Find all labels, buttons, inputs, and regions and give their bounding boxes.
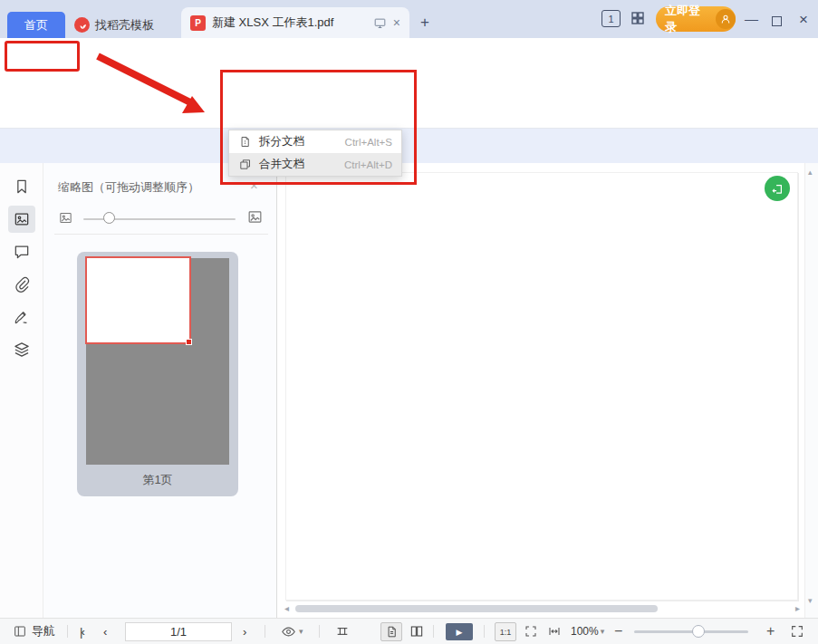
window-switch-icon[interactable]: 1 (601, 10, 621, 27)
thumb-size-small-icon[interactable] (58, 210, 73, 226)
attachment-icon[interactable] (13, 275, 31, 293)
view-mode-button[interactable]: ▾ (281, 619, 303, 644)
present-to-screen-icon[interactable] (373, 16, 387, 30)
close-button[interactable]: × (799, 11, 808, 29)
thumb-size-slider-knob[interactable] (103, 212, 115, 224)
tab-docer[interactable]: 找稻壳模板 (74, 12, 154, 38)
tab-document-label: 新建 XLSX 工作表1.pdf (212, 14, 367, 31)
menu-item-label: 合并文档 (259, 157, 304, 172)
scroll-left-icon[interactable]: ◂ (284, 603, 289, 613)
avatar (716, 9, 736, 29)
next-page-icon[interactable]: › (243, 619, 246, 644)
titlebar: 首页 找稻壳模板 P 新建 XLSX 工作表1.pdf × + 1 立即登录 —… (0, 0, 818, 38)
caret-down-icon: ▾ (299, 627, 303, 636)
split-document-icon (238, 135, 252, 149)
zoom-in-button[interactable]: + (766, 619, 775, 644)
comments-icon[interactable] (13, 243, 31, 261)
statusbar: 导航 |‹ ‹ 1/1 › ▾ ▶ 1:1 100% ▾ − + (0, 618, 818, 644)
maximize-button[interactable] (772, 14, 782, 29)
menu-item-label: 拆分文档 (259, 134, 304, 149)
navigation-button[interactable]: 导航 (13, 619, 55, 644)
presentation-play-button[interactable]: ▶ (446, 623, 473, 640)
menu-item-shortcut: Ctrl+Alt+S (345, 137, 392, 148)
thumbnail-panel-close-icon[interactable]: × (250, 178, 258, 193)
caret-down-icon: ▾ (601, 627, 605, 636)
toolbar: 手型 选择 PDF转Office▾ PDF转图片 拆分合并▾ 播放 阅读模式 (0, 72, 818, 129)
thumbnail-page-label: 第1页 (77, 472, 238, 488)
zoom-level-value: 100% (571, 625, 599, 638)
document-page[interactable] (285, 172, 798, 601)
login-button[interactable]: 立即登录 (656, 6, 736, 32)
page-thumbnail[interactable]: 第1页 (77, 252, 238, 496)
double-page-view-icon[interactable] (409, 619, 424, 644)
navigation-label: 导航 (32, 623, 55, 639)
scroll-up-icon[interactable]: ▴ (808, 168, 813, 177)
menu-item-merge-document[interactable]: 合并文档 Ctrl+Alt+D (229, 153, 401, 176)
statusbar-page-value: 1/1 (170, 625, 187, 639)
first-page-icon[interactable]: |‹ (80, 619, 83, 644)
tab-close-icon[interactable]: × (393, 15, 400, 30)
signature-icon[interactable] (13, 308, 31, 326)
wps-convert-badge-icon[interactable] (765, 176, 790, 201)
menu-item-split-document[interactable]: 拆分文档 Ctrl+Alt+S (229, 130, 401, 153)
new-tab-button[interactable]: + (420, 14, 429, 32)
zoom-out-button[interactable]: − (614, 619, 622, 644)
sidebar-icon-rail (0, 163, 43, 618)
zoom-slider-knob[interactable] (692, 625, 705, 638)
minimize-button[interactable]: — (745, 11, 758, 26)
thumbnail-panel-title: 缩略图（可拖动调整顺序） (58, 179, 199, 196)
continuous-view-icon[interactable] (335, 619, 350, 644)
layers-icon[interactable] (13, 341, 31, 359)
eye-icon (281, 624, 296, 639)
horizontal-scrollbar-thumb[interactable] (295, 605, 658, 612)
vertical-scrollbar[interactable]: ▴ ▾ (804, 163, 818, 618)
tab-docer-label: 找稻壳模板 (95, 17, 154, 34)
menu-item-shortcut: Ctrl+Alt+D (344, 159, 392, 170)
login-label: 立即登录 (665, 3, 711, 35)
selection-resize-handle[interactable] (186, 339, 192, 345)
document-area: ▴ ▾ ◂ ▸ (277, 163, 818, 618)
fit-width-icon[interactable] (547, 619, 562, 644)
fullscreen-icon[interactable] (790, 619, 804, 644)
split-merge-dropdown: 拆分文档 Ctrl+Alt+S 合并文档 Ctrl+Alt+D (228, 130, 402, 177)
scroll-right-icon[interactable]: ▸ (795, 603, 800, 613)
menubar: 文件 ∨ » 开始 插入 批注 编辑 页面 保护 转换 查找功能... 未上云 … (0, 38, 818, 72)
notification-banner: 丢失，省心省事 立即登录 × (0, 129, 818, 163)
thumbnail-panel-icon[interactable] (8, 206, 35, 233)
zoom-level-button[interactable]: 100% ▾ (571, 619, 604, 644)
prev-page-icon[interactable]: ‹ (103, 619, 107, 644)
navigation-icon (13, 624, 27, 639)
zoom-slider[interactable] (634, 630, 748, 633)
tab-document[interactable]: P 新建 XLSX 工作表1.pdf × (181, 7, 409, 38)
thumbnail-panel: 缩略图（可拖动调整顺序） × 第1页 (43, 163, 277, 618)
docer-icon (74, 17, 90, 33)
tab-home[interactable]: 首页 (7, 12, 65, 38)
thumb-size-large-icon[interactable] (246, 208, 264, 226)
tab-home-label: 首页 (24, 17, 48, 34)
scroll-down-icon[interactable]: ▾ (808, 596, 813, 605)
bookmark-icon[interactable] (13, 178, 31, 196)
wps-pdf-window: 首页 找稻壳模板 P 新建 XLSX 工作表1.pdf × + 1 立即登录 —… (0, 0, 818, 644)
thumbnail-selection-rect[interactable] (85, 256, 191, 344)
workspace-grid-icon[interactable] (630, 10, 646, 26)
pdf-icon: P (190, 15, 206, 31)
single-page-view-icon[interactable] (380, 622, 402, 641)
actual-size-button[interactable]: 1:1 (495, 622, 516, 641)
statusbar-page-input[interactable]: 1/1 (125, 622, 232, 641)
merge-document-icon (238, 158, 252, 171)
fit-page-icon[interactable] (524, 619, 538, 644)
